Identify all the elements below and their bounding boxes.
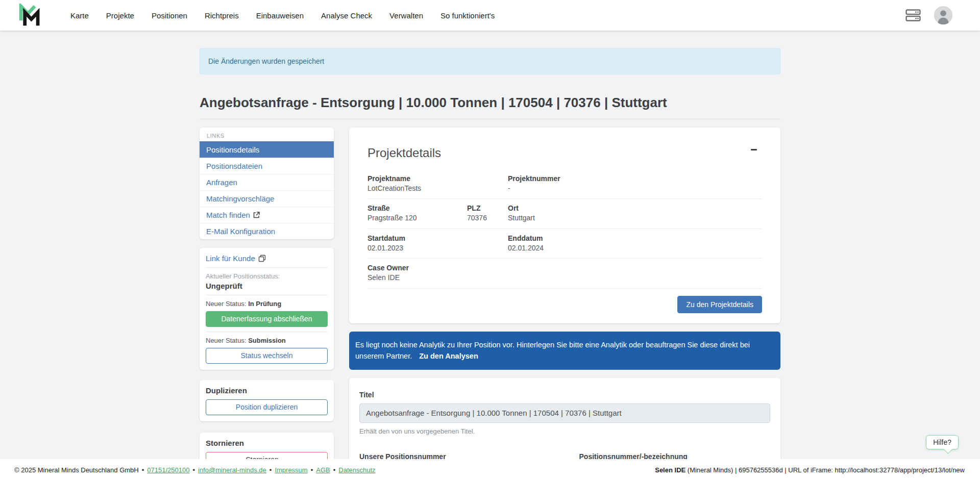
mineral-minds-logo[interactable]	[18, 4, 41, 27]
footer-session-text: (Mineral Minds) | 69576255536d | URL of …	[685, 466, 965, 474]
go-to-project-details-button[interactable]: Zu den Projektdetails	[677, 296, 762, 313]
sidebar-item-email-konfiguration[interactable]: E-Mail Konfiguration	[200, 223, 334, 239]
links-panel: LINKS Positionsdetails Positionsdateien …	[200, 128, 334, 239]
help-button[interactable]: Hilfe?	[926, 435, 959, 449]
divider	[206, 295, 328, 295]
footer-link-agb[interactable]: AGB	[316, 466, 330, 474]
field-value: Pragstraße 120	[368, 213, 467, 223]
titel-label: Titel	[359, 391, 770, 399]
field-enddatum: Enddatum 02.01.2024	[508, 234, 762, 253]
switch-status-button[interactable]: Status wechseln	[206, 348, 328, 364]
new-status-value: Submission	[248, 337, 286, 344]
footer-left: © 2025 Mineral Minds Deutschland GmbH • …	[14, 466, 376, 474]
nav-item-positionen[interactable]: Positionen	[152, 11, 187, 20]
customer-link-label: Link für Kunde	[206, 254, 255, 263]
sidebar-item-matchingvorschlaege[interactable]: Matchingvorschläge	[200, 190, 334, 207]
divider	[206, 332, 328, 332]
field-label: Case Owner	[368, 263, 762, 273]
field-value: 02.01.2023	[368, 243, 508, 254]
field-projektname: Projektname LotCreationTests	[368, 174, 508, 193]
field-value: LotCreationTests	[368, 184, 508, 194]
page-container: Die Änderungen wurden gespeichert Angebo…	[200, 31, 780, 481]
sidebar-item-match-finden[interactable]: Match finden	[200, 207, 334, 223]
main-nav: Karte Projekte Positionen Richtpreis Ein…	[70, 11, 495, 20]
saved-alert: Die Änderungen wurden gespeichert	[200, 48, 780, 74]
project-row-dates: Startdatum 02.01.2023 Enddatum 02.01.202…	[368, 229, 762, 259]
duplicate-panel: Duplizieren Position duplizieren	[200, 380, 334, 421]
saved-alert-text: Die Änderungen wurden gespeichert	[208, 57, 324, 65]
main-column: Projektdetails Projektname LotCreationTe…	[349, 128, 780, 481]
content-layout: LINKS Positionsdetails Positionsdateien …	[200, 128, 780, 481]
field-label: Enddatum	[508, 234, 762, 243]
sidebar: LINKS Positionsdetails Positionsdateien …	[200, 128, 334, 474]
footer-separator: •	[311, 466, 313, 474]
nav-item-so-funktionierts[interactable]: So funktioniert's	[440, 11, 495, 20]
divider	[206, 267, 328, 268]
footer-link-datenschutz[interactable]: Datenschutz	[338, 466, 375, 474]
footer-separator: •	[192, 466, 195, 474]
server-stack-icon[interactable]	[905, 9, 921, 21]
analytics-banner-text: Es liegt noch keine Analytik zu Ihrer Po…	[355, 341, 750, 360]
analytics-banner: Es liegt noch keine Analytik zu Ihrer Po…	[349, 332, 780, 370]
nav-item-einbauweisen[interactable]: Einbauweisen	[256, 11, 304, 20]
field-value: 02.01.2024	[508, 243, 762, 254]
titel-input	[359, 403, 770, 423]
nav-item-karte[interactable]: Karte	[70, 11, 89, 20]
complete-data-entry-button[interactable]: Datenerfassung abschließen	[206, 311, 328, 327]
new-status-prefix: Neuer Status:	[206, 337, 247, 344]
project-row-name-number: Projektname LotCreationTests Projektnumm…	[368, 169, 762, 199]
sidebar-item-label: Positionsdetails	[206, 145, 259, 154]
nav-item-verwalten[interactable]: Verwalten	[389, 11, 423, 20]
project-details-card: Projektdetails Projektname LotCreationTe…	[349, 128, 780, 323]
nav-item-richtpreis[interactable]: Richtpreis	[205, 11, 239, 20]
field-value: Selen IDE	[368, 273, 762, 283]
new-status-line-1: Neuer Status: In Prüfung	[206, 300, 328, 308]
field-label: PLZ	[467, 204, 508, 213]
project-details-title: Projektdetails	[368, 146, 762, 160]
field-label: Projektname	[368, 174, 508, 184]
person-icon	[934, 6, 952, 24]
field-plz: PLZ 70376	[467, 204, 508, 223]
nav-item-analyse-check[interactable]: Analyse Check	[321, 11, 372, 20]
nav-item-projekte[interactable]: Projekte	[106, 11, 134, 20]
sidebar-item-positionsdetails[interactable]: Positionsdetails	[200, 141, 334, 158]
footer-link-email[interactable]: info@mineral-minds.de	[198, 466, 266, 474]
footer-separator: •	[142, 466, 144, 474]
field-label: Straße	[368, 204, 467, 213]
logo-icon	[18, 4, 41, 27]
new-status-value: In Prüfung	[248, 300, 281, 308]
project-card-actions: Zu den Projektdetails	[368, 289, 762, 316]
footer-link-impressum[interactable]: Impressum	[275, 466, 307, 474]
current-status-value: Ungeprüft	[206, 282, 328, 290]
page-title: Angebotsanfrage - Entsorgung | 10.000 To…	[200, 95, 780, 119]
field-case-owner: Case Owner Selen IDE	[368, 263, 762, 283]
sidebar-item-positionsdateien[interactable]: Positionsdateien	[200, 158, 334, 174]
user-avatar[interactable]	[934, 6, 952, 24]
footer-user-name: Selen IDE	[655, 466, 685, 474]
sidebar-item-label: Anfragen	[206, 178, 237, 187]
sidebar-item-label: Match finden	[206, 211, 250, 219]
footer-session-info: Selen IDE (Mineral Minds) | 69576255536d…	[655, 466, 965, 474]
project-row-address: Straße Pragstraße 120 PLZ 70376 Ort Stut…	[368, 199, 762, 229]
field-ort: Ort Stuttgart	[508, 204, 762, 223]
field-value: -	[508, 184, 762, 194]
sidebar-item-anfragen[interactable]: Anfragen	[200, 174, 334, 190]
field-projektnummer: Projektnummer -	[508, 174, 762, 193]
footer-separator: •	[270, 466, 272, 474]
footer-copyright: © 2025 Mineral Minds Deutschland GmbH	[14, 466, 139, 474]
current-status-label: Aktueller Positionsstatus:	[206, 272, 328, 280]
sidebar-item-label: Matchingvorschläge	[206, 194, 274, 203]
sidebar-item-label: E-Mail Konfiguration	[206, 227, 275, 236]
copy-icon	[258, 255, 266, 262]
customer-link[interactable]: Link für Kunde	[206, 254, 328, 263]
top-navbar: Karte Projekte Positionen Richtpreis Ein…	[0, 0, 980, 31]
cancel-panel-title: Stornieren	[206, 439, 328, 447]
collapse-minus-icon[interactable]	[751, 145, 760, 154]
go-to-analyses-link[interactable]: Zu den Analysen	[419, 352, 478, 360]
duplicate-position-button[interactable]: Position duplizieren	[206, 399, 328, 415]
footer-link-phone[interactable]: 07151/250100	[147, 466, 189, 474]
new-status-prefix: Neuer Status:	[206, 300, 247, 308]
field-value: 70376	[467, 213, 508, 223]
footer: © 2025 Mineral Minds Deutschland GmbH • …	[0, 459, 980, 481]
field-value: Stuttgart	[508, 213, 762, 223]
